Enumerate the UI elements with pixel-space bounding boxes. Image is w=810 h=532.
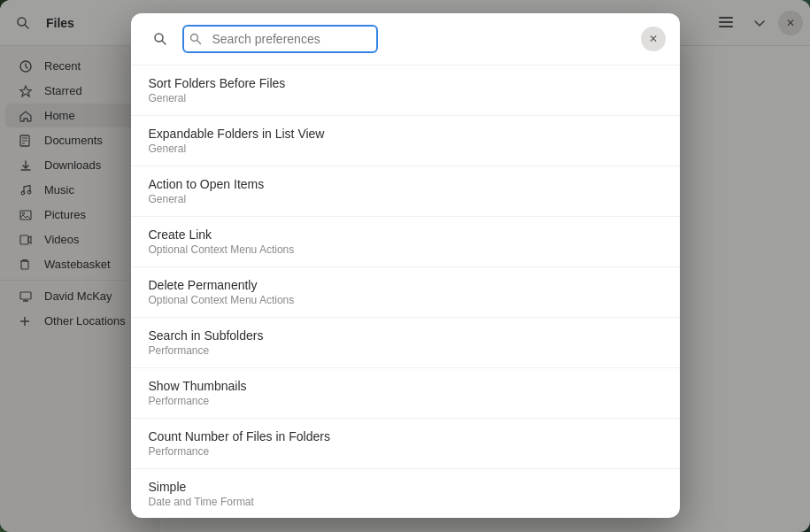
search-wrapper — [182, 25, 634, 53]
pref-title-create-link: Create Link — [149, 227, 662, 242]
pref-title-expandable: Expandable Folders in List View — [149, 127, 662, 141]
search-preferences-input[interactable] — [182, 25, 378, 53]
pref-item-search-subfolders[interactable]: Search in Subfolders Performance — [131, 318, 680, 368]
pref-item-action-open[interactable]: Action to Open Items General — [131, 166, 680, 217]
pref-title-action-open: Action to Open Items — [149, 177, 662, 191]
pref-item-show-thumbnails[interactable]: Show Thumbnails Performance — [131, 368, 680, 419]
pref-item-expandable-folders[interactable]: Expandable Folders in List View General — [131, 116, 680, 166]
pref-item-count-files[interactable]: Count Number of Files in Folders Perform… — [131, 419, 680, 469]
dialog-overlay: ✕ Sort Folders Before Files General Expa… — [0, 0, 810, 532]
dialog-search-outer-button[interactable] — [145, 24, 175, 54]
pref-title-count-files: Count Number of Files in Folders — [149, 429, 662, 443]
pref-subtitle-show-thumbnails: Performance — [149, 395, 662, 407]
dialog-close-button[interactable]: ✕ — [641, 27, 666, 51]
dialog-close-icon: ✕ — [649, 33, 658, 45]
pref-item-delete-permanently[interactable]: Delete Permanently Optional Context Menu… — [131, 267, 680, 318]
pref-subtitle-create-link: Optional Context Menu Actions — [149, 243, 662, 256]
pref-title-sort-folders: Sort Folders Before Files — [149, 76, 662, 90]
preferences-list: Sort Folders Before Files General Expand… — [131, 66, 680, 518]
pref-title-show-thumbnails: Show Thumbnails — [149, 379, 662, 393]
pref-title-simple: Simple — [149, 480, 662, 494]
svg-line-24 — [162, 41, 166, 44]
pref-subtitle-expandable: General — [149, 143, 662, 155]
pref-title-search-subfolders: Search in Subfolders — [149, 328, 662, 343]
pref-subtitle-search-subfolders: Performance — [149, 344, 662, 357]
pref-subtitle-simple: Date and Time Format — [149, 496, 662, 508]
pref-subtitle-action-open: General — [149, 193, 662, 205]
dialog-header: ✕ — [131, 13, 680, 66]
pref-subtitle-count-files: Performance — [149, 445, 662, 458]
pref-item-simple[interactable]: Simple Date and Time Format — [131, 469, 680, 518]
pref-subtitle-delete-permanently: Optional Context Menu Actions — [149, 294, 662, 306]
pref-subtitle-sort-folders: General — [149, 92, 662, 104]
dialog-search-icon — [153, 32, 167, 46]
pref-title-delete-permanently: Delete Permanently — [149, 278, 662, 292]
preferences-dialog: ✕ Sort Folders Before Files General Expa… — [131, 13, 680, 518]
pref-item-create-link[interactable]: Create Link Optional Context Menu Action… — [131, 217, 680, 267]
pref-item-sort-folders[interactable]: Sort Folders Before Files General — [131, 66, 680, 116]
